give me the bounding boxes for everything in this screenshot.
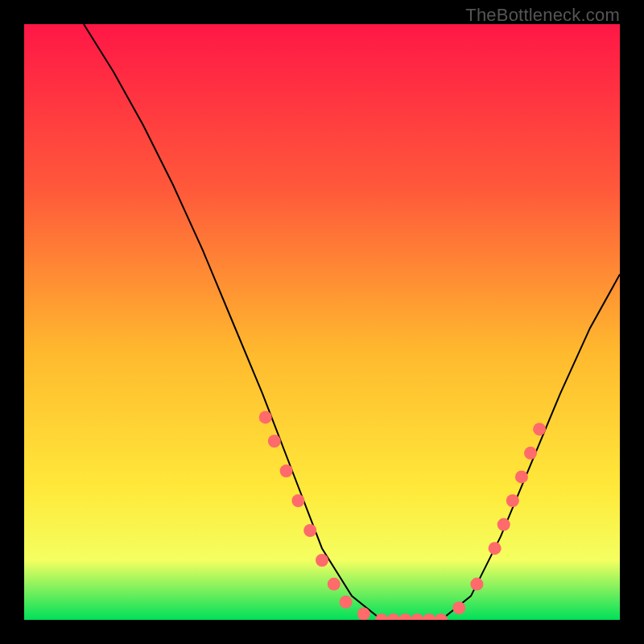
- data-marker: [452, 601, 465, 614]
- data-marker: [316, 554, 328, 567]
- watermark-text: TheBottleneck.com: [465, 5, 620, 26]
- data-marker: [303, 524, 316, 537]
- data-marker: [357, 608, 370, 620]
- data-marker: [328, 578, 341, 591]
- data-marker: [470, 578, 483, 591]
- data-marker: [533, 423, 546, 436]
- data-marker: [506, 494, 519, 507]
- bottleneck-chart: [24, 24, 620, 620]
- data-marker: [515, 470, 528, 483]
- data-marker: [524, 447, 537, 460]
- gradient-background: [24, 24, 620, 620]
- data-marker: [268, 435, 281, 448]
- plot-area: [24, 24, 620, 620]
- chart-stage: TheBottleneck.com: [0, 0, 644, 644]
- data-marker: [291, 494, 304, 507]
- data-marker: [497, 518, 510, 531]
- data-marker: [489, 542, 502, 555]
- data-marker: [340, 596, 353, 609]
- data-marker: [280, 464, 293, 477]
- data-marker: [259, 411, 272, 423]
